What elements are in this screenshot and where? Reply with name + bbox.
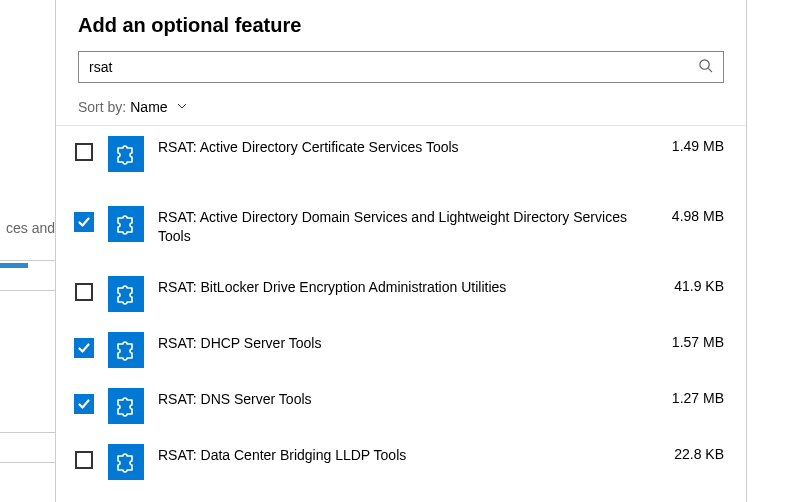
checkmark-icon	[74, 212, 94, 232]
search-box[interactable]	[78, 51, 724, 83]
puzzle-icon	[108, 388, 144, 424]
feature-label: RSAT: DNS Server Tools	[158, 388, 658, 409]
feature-checkbox[interactable]	[74, 142, 94, 162]
feature-size: 1.27 MB	[672, 388, 724, 406]
optional-feature-panel: Add an optional feature Sort by: Name RS…	[55, 0, 747, 502]
feature-list: RSAT: Active Directory Certificate Servi…	[56, 125, 746, 502]
feature-label: RSAT: BitLocker Drive Encryption Adminis…	[158, 276, 660, 297]
bg-divider	[0, 290, 55, 291]
svg-line-1	[708, 68, 712, 72]
sort-value: Name	[130, 99, 167, 115]
feature-checkbox[interactable]	[74, 450, 94, 470]
bg-divider	[0, 260, 55, 261]
chevron-down-icon	[176, 99, 188, 115]
feature-row[interactable]: RSAT: Active Directory Domain Services a…	[56, 196, 746, 266]
panel-header: Add an optional feature Sort by: Name	[56, 0, 746, 125]
feature-row[interactable]: RSAT: Active Directory Certificate Servi…	[56, 126, 746, 196]
bg-divider	[0, 462, 55, 463]
checkmark-icon	[74, 394, 94, 414]
checkbox-empty-icon	[75, 143, 93, 161]
feature-row[interactable]: RSAT: DHCP Server Tools1.57 MB	[56, 322, 746, 378]
sort-label: Sort by:	[78, 99, 126, 115]
feature-label: RSAT: Active Directory Domain Services a…	[158, 206, 658, 246]
search-input[interactable]	[89, 59, 698, 75]
puzzle-icon	[108, 444, 144, 480]
feature-label: RSAT: Active Directory Certificate Servi…	[158, 136, 658, 157]
background-underlay: ces and	[0, 0, 55, 502]
checkbox-empty-icon	[75, 283, 93, 301]
feature-row[interactable]: RSAT: DNS Server Tools1.27 MB	[56, 378, 746, 434]
svg-point-0	[700, 60, 709, 69]
bg-text-fragment: ces and	[6, 220, 55, 236]
page-title: Add an optional feature	[78, 14, 724, 37]
feature-checkbox[interactable]	[74, 212, 94, 232]
feature-size: 4.98 MB	[672, 206, 724, 224]
feature-checkbox[interactable]	[74, 394, 94, 414]
puzzle-icon	[108, 136, 144, 172]
bg-selection-indicator	[0, 263, 28, 268]
checkmark-icon	[74, 338, 94, 358]
feature-size: 22.8 KB	[674, 444, 724, 462]
sort-dropdown[interactable]: Sort by: Name	[78, 99, 724, 115]
feature-label: RSAT: Data Center Bridging LLDP Tools	[158, 444, 660, 465]
feature-checkbox[interactable]	[74, 282, 94, 302]
feature-size: 1.57 MB	[672, 332, 724, 350]
feature-row[interactable]: RSAT: BitLocker Drive Encryption Adminis…	[56, 266, 746, 322]
feature-size: 41.9 KB	[674, 276, 724, 294]
bg-divider	[0, 432, 55, 433]
search-icon[interactable]	[698, 58, 713, 76]
feature-label: RSAT: DHCP Server Tools	[158, 332, 658, 353]
puzzle-icon	[108, 206, 144, 242]
feature-size: 1.49 MB	[672, 136, 724, 154]
feature-row[interactable]: RSAT: Data Center Bridging LLDP Tools22.…	[56, 434, 746, 490]
puzzle-icon	[108, 276, 144, 312]
checkbox-empty-icon	[75, 451, 93, 469]
puzzle-icon	[108, 332, 144, 368]
feature-checkbox[interactable]	[74, 338, 94, 358]
